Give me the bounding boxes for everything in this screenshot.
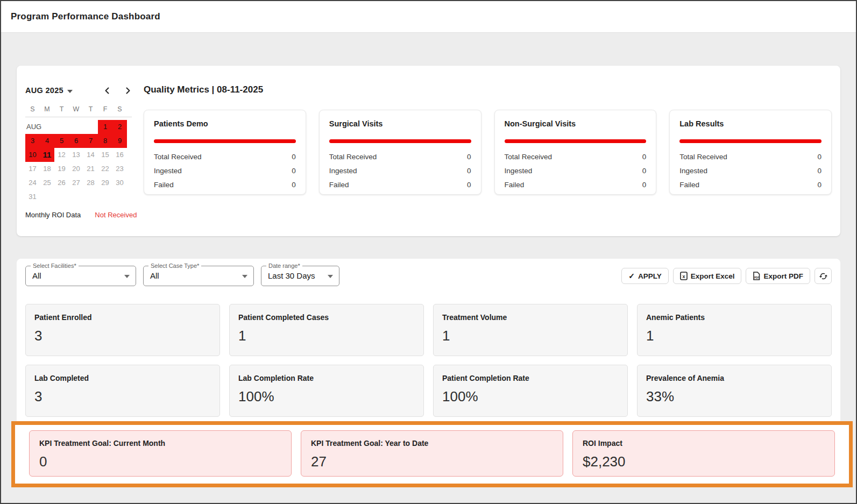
calendar-day[interactable]: 9 [112,134,127,148]
check-icon: ✓ [628,272,635,280]
refresh-button[interactable] [814,268,832,284]
kpi-card-lab-completion-rate: Lab Completion Rate 100% [229,365,424,417]
kpi-card-treatment-goal-current-month: KPI Treatment Goal: Current Month 0 [29,430,292,477]
quality-card-lab-results: Lab Results Total Received0 Ingested0 Fa… [669,110,832,195]
calendar-day[interactable]: 3 [25,134,40,148]
calendar-next-icon[interactable] [124,87,132,95]
calendar-day-headers: S M T W T F S [25,105,137,113]
app-header: Program Performance Dashboard [1,1,856,33]
calendar-day[interactable]: 14 [83,148,98,162]
calendar-day[interactable]: 10 [25,148,40,162]
export-pdf-button[interactable]: PDF Export PDF [746,268,810,284]
calendar-day[interactable]: 31 [25,190,40,204]
calendar-grid: AUG 1 2 3 4 5 6 7 8 9 10 11 12 13 14 15 … [25,120,137,204]
quality-card-surgical-visits: Surgical Visits Total Received0 Ingested… [319,110,481,195]
kpi-card-lab-completed: Lab Completed 3 [25,365,220,417]
kpi-card-prevalence-of-anemia: Prevalence of Anemia 33% [637,365,832,417]
calendar-day[interactable]: 20 [69,162,83,176]
quality-metrics-section: Quality Metrics | 08-11-2025 Patients De… [137,66,840,236]
calendar-day[interactable]: 15 [98,148,112,162]
calendar-day[interactable]: 4 [40,134,54,148]
calendar-day[interactable]: 5 [54,134,69,148]
calendar-day[interactable]: 8 [98,134,112,148]
date-range-select[interactable]: Date range* Last 30 Days [261,266,339,286]
svg-text:PDF: PDF [754,276,759,279]
progress-bar [154,139,296,143]
page-title: Program Performance Dashboard [11,11,160,22]
progress-bar [329,139,471,143]
kpi-panel: Select Facilities* All Select Case Type*… [17,259,840,487]
refresh-icon [819,272,828,281]
case-type-select[interactable]: Select Case Type* All [143,266,254,286]
kpi-card-anemic-patients: Anemic Patients 1 [637,304,832,356]
calendar-day[interactable]: 27 [69,176,83,190]
kpi-card-treatment-volume: Treatment Volume 1 [433,304,628,356]
calendar-day[interactable]: 1 [98,120,112,134]
highlight-annotation-box: KPI Treatment Goal: Current Month 0 KPI … [11,421,853,487]
calendar-day[interactable]: 29 [98,176,112,190]
calendar: AUG 2025 S M T W T F S AUG 1 2 3 4 5 6 7 [17,66,137,236]
month-dropdown-icon[interactable] [67,90,73,93]
calendar-day[interactable]: 22 [98,162,112,176]
calendar-day[interactable]: 21 [83,162,98,176]
calendar-day[interactable]: 16 [112,148,127,162]
calendar-day[interactable]: 30 [112,176,127,190]
calendar-day[interactable]: 13 [69,148,83,162]
pdf-file-icon: PDF [753,272,760,280]
svg-text:x: x [682,274,685,279]
apply-button[interactable]: ✓ APPLY [621,268,669,284]
calendar-day[interactable]: 12 [54,148,69,162]
quality-metrics-title: Quality Metrics | 08-11-2025 [144,84,832,95]
chevron-down-icon [328,275,333,278]
quality-card-non-surgical-visits: Non-Surgical Visits Total Received0 Inge… [494,110,657,195]
export-excel-button[interactable]: x Export Excel [673,268,742,284]
calendar-divider [25,117,132,117]
kpi-card-patient-completion-rate: Patient Completion Rate 100% [433,365,628,417]
calendar-day[interactable]: 2 [112,120,127,134]
calendar-day[interactable]: 17 [25,162,40,176]
calendar-day[interactable]: 6 [69,134,83,148]
filter-bar: Select Facilities* All Select Case Type*… [25,266,832,286]
calendar-month-row-label: AUG [25,120,98,134]
calendar-month-label[interactable]: AUG 2025 [25,86,63,95]
facilities-select[interactable]: Select Facilities* All [25,266,136,286]
kpi-card-patient-enrolled: Patient Enrolled 3 [25,304,220,356]
chevron-down-icon [124,275,130,278]
kpi-card-roi-impact: ROI Impact $2,230 [572,430,835,477]
calendar-day[interactable]: 26 [54,176,69,190]
calendar-day[interactable]: 24 [25,176,40,190]
calendar-day[interactable]: 28 [83,176,98,190]
calendar-day[interactable]: 23 [112,162,127,176]
kpi-grid: Patient Enrolled 3 Patient Completed Cas… [25,304,832,417]
calendar-day-today[interactable]: 11 [40,148,54,162]
excel-file-icon: x [680,272,688,280]
quality-metrics-panel: AUG 2025 S M T W T F S AUG 1 2 3 4 5 6 7 [17,66,840,236]
calendar-day[interactable]: 7 [83,134,98,148]
chevron-down-icon [242,275,247,278]
calendar-prev-icon[interactable] [103,87,111,95]
calendar-day[interactable]: 25 [40,176,54,190]
kpi-card-patient-completed-cases: Patient Completed Cases 1 [229,304,424,356]
calendar-day[interactable]: 18 [40,162,54,176]
progress-bar [505,139,647,143]
calendar-day[interactable]: 19 [54,162,69,176]
progress-bar [679,139,821,143]
kpi-card-treatment-goal-year-to-date: KPI Treatment Goal: Year to Date 27 [301,430,563,477]
monthly-roi-label: Monthly ROI Data [25,211,81,219]
quality-card-patients-demo: Patients Demo Total Received0 Ingested0 … [144,110,306,195]
monthly-roi-status: Not Received [95,211,137,219]
